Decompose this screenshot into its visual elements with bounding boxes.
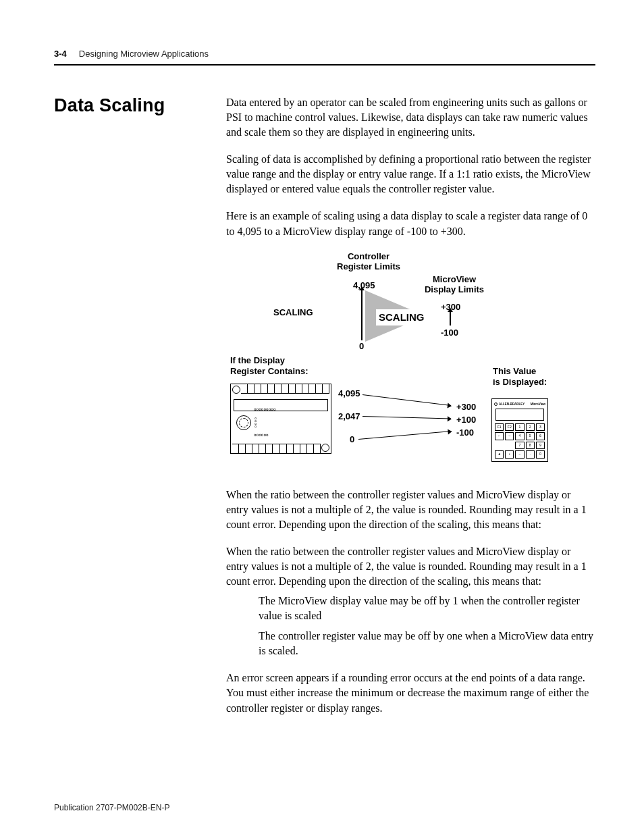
- body-column: Data entered by an operator can be scale…: [226, 95, 595, 728]
- controller-limits-label: Controller Register Limits: [331, 251, 406, 272]
- scaling-label-left: SCALING: [273, 307, 313, 319]
- map-input-value: 2,047: [338, 411, 360, 423]
- publication-number: Publication 2707-PM002B-EN-P: [54, 803, 169, 812]
- microview-min: -100: [441, 327, 458, 339]
- paragraph: Scaling of data is accomplished by defin…: [226, 152, 595, 197]
- section-heading: Data Scaling: [54, 95, 226, 116]
- chapter-title: Designing Microview Applications: [79, 49, 209, 59]
- paragraph: An error screen appears if a rounding er…: [226, 671, 595, 715]
- microview-limits-label: MicroView Display Limits: [421, 274, 488, 295]
- scaling-label-center: SCALING: [376, 309, 427, 326]
- scaling-diagram: Controller Register Limits 4,095 0 SCALI…: [226, 251, 595, 469]
- mapping-line: [358, 431, 452, 440]
- microview-keypad: F1F2123 ←→456 789 ◄▪−.0: [495, 423, 545, 459]
- left-caption: If the Display Register Contains:: [230, 355, 308, 377]
- page-header: 3-4 Designing Microview Applications: [54, 49, 595, 66]
- map-output-value: -100: [456, 427, 474, 439]
- map-output-value: +100: [456, 414, 476, 426]
- mapping-line: [363, 416, 451, 419]
- paragraph: When the ratio between the controller re…: [226, 544, 595, 589]
- mv-model: MicroView: [531, 402, 545, 407]
- map-output-value: +300: [456, 401, 476, 413]
- microview-device-icon: ALLEN-BRADLEY MicroView F1F2123 ←→456 78…: [491, 398, 548, 462]
- bullet-item: The MicroView display value may be off b…: [259, 594, 595, 623]
- main-content: Data Scaling Data entered by an operator…: [54, 95, 595, 728]
- map-input-value: 4,095: [338, 388, 360, 400]
- controller-min: 0: [359, 340, 364, 353]
- controller-device-icon: ooooooooo oooo oooooo: [230, 384, 331, 454]
- page-number: 3-4: [54, 49, 67, 59]
- mapping-line: [363, 394, 451, 406]
- paragraph: Here is an example of scaling using a da…: [226, 209, 595, 238]
- right-caption: This Value is Displayed:: [493, 366, 547, 388]
- controller-range-arrow: [361, 290, 363, 340]
- sidebar: Data Scaling: [54, 95, 226, 728]
- microview-range-arrow: [450, 312, 451, 325]
- bullet-item: The controller register value may be off…: [259, 629, 595, 658]
- paragraph: When the ratio between the controller re…: [226, 488, 595, 532]
- paragraph: Data entered by an operator can be scale…: [226, 95, 595, 140]
- bullet-list: The MicroView display value may be off b…: [259, 594, 595, 658]
- map-input-value: 0: [350, 434, 354, 446]
- mv-brand: ALLEN-BRADLEY: [499, 402, 525, 407]
